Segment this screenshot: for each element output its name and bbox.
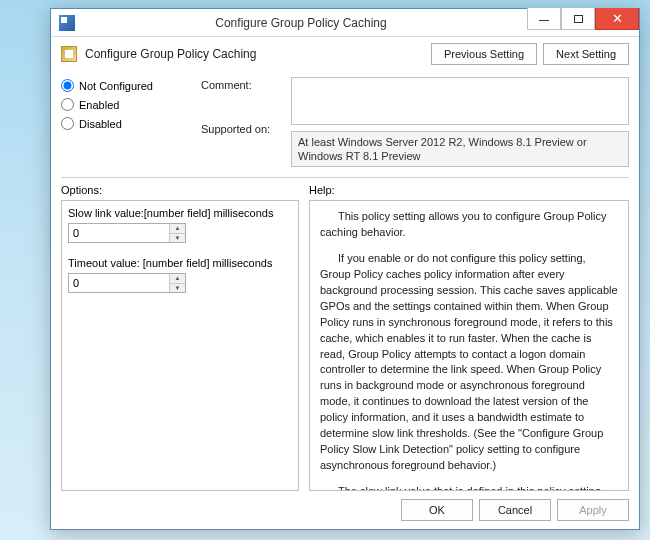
slow-link-spinner[interactable]: ▲ ▼ bbox=[68, 223, 186, 243]
options-panel: Slow link value:[number field] milliseco… bbox=[61, 200, 299, 491]
policy-title: Configure Group Policy Caching bbox=[85, 47, 423, 61]
timeout-up-button[interactable]: ▲ bbox=[170, 274, 185, 284]
radio-not-configured-input[interactable] bbox=[61, 79, 74, 92]
help-paragraph: This policy setting allows you to config… bbox=[320, 209, 618, 241]
slow-link-input[interactable] bbox=[69, 224, 169, 242]
next-setting-button[interactable]: Next Setting bbox=[543, 43, 629, 65]
window-title: Configure Group Policy Caching bbox=[75, 16, 527, 30]
supported-on-box: At least Windows Server 2012 R2, Windows… bbox=[291, 131, 629, 167]
policy-icon bbox=[61, 46, 77, 62]
ok-button[interactable]: OK bbox=[401, 499, 473, 521]
radio-not-configured[interactable]: Not Configured bbox=[61, 79, 191, 92]
help-panel[interactable]: This policy setting allows you to config… bbox=[309, 200, 629, 491]
apply-button[interactable]: Apply bbox=[557, 499, 629, 521]
titlebar[interactable]: Configure Group Policy Caching ✕ bbox=[51, 9, 639, 37]
divider bbox=[61, 177, 629, 178]
radio-enabled-label: Enabled bbox=[79, 99, 119, 111]
radio-enabled-input[interactable] bbox=[61, 98, 74, 111]
radio-not-configured-label: Not Configured bbox=[79, 80, 153, 92]
cancel-button[interactable]: Cancel bbox=[479, 499, 551, 521]
radio-disabled-input[interactable] bbox=[61, 117, 74, 130]
help-section-label: Help: bbox=[309, 184, 629, 196]
slow-link-up-button[interactable]: ▲ bbox=[170, 224, 185, 234]
help-paragraph: The slow link value that is defined in t… bbox=[320, 484, 618, 491]
radio-enabled[interactable]: Enabled bbox=[61, 98, 191, 111]
minimize-button[interactable] bbox=[527, 8, 561, 30]
timeout-spinner[interactable]: ▲ ▼ bbox=[68, 273, 186, 293]
supported-on-label: Supported on: bbox=[201, 123, 281, 135]
previous-setting-button[interactable]: Previous Setting bbox=[431, 43, 537, 65]
comment-textarea[interactable] bbox=[291, 77, 629, 125]
dialog-window: Configure Group Policy Caching ✕ Configu… bbox=[50, 8, 640, 530]
close-button[interactable]: ✕ bbox=[595, 8, 639, 30]
radio-disabled-label: Disabled bbox=[79, 118, 122, 130]
options-section-label: Options: bbox=[61, 184, 299, 196]
slow-link-label: Slow link value:[number field] milliseco… bbox=[68, 207, 292, 219]
app-icon bbox=[59, 15, 75, 31]
client-area: Configure Group Policy Caching Previous … bbox=[51, 37, 639, 529]
timeout-label: Timeout value: [number field] millisecon… bbox=[68, 257, 292, 269]
help-paragraph: If you enable or do not configure this p… bbox=[320, 251, 618, 474]
radio-disabled[interactable]: Disabled bbox=[61, 117, 191, 130]
maximize-button[interactable] bbox=[561, 8, 595, 30]
slow-link-down-button[interactable]: ▼ bbox=[170, 234, 185, 243]
timeout-input[interactable] bbox=[69, 274, 169, 292]
timeout-down-button[interactable]: ▼ bbox=[170, 284, 185, 293]
comment-label: Comment: bbox=[201, 79, 281, 91]
